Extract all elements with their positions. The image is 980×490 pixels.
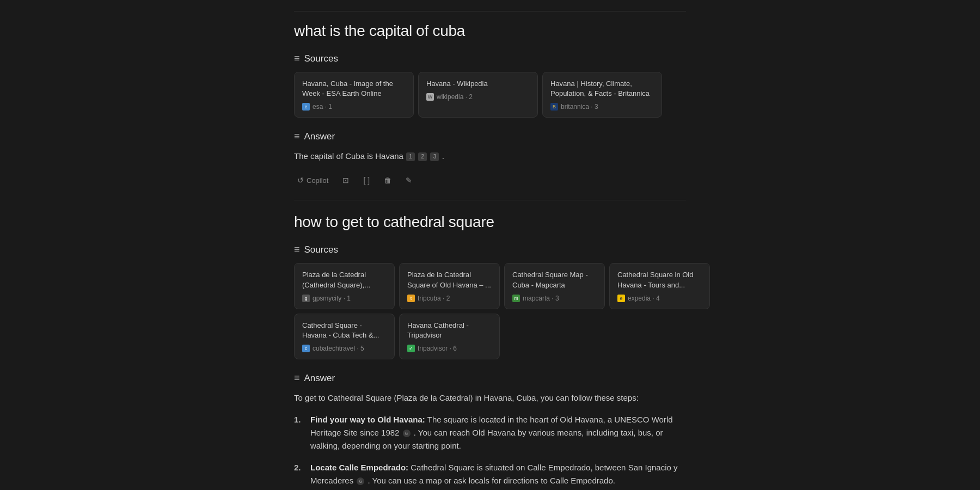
step-num-2: 2. [294,461,304,487]
delete-icon: 🗑 [384,176,391,185]
answer-label-2: Answer [304,373,335,384]
source-card-meta-expedia: e expedia · 4 [617,295,702,302]
sources-label-2: Sources [304,244,338,255]
answer-section-1: ≡ Answer The capital of Cuba is Havana 1… [294,131,686,187]
source-card-title-wiki: Havana - Wikipedia [426,79,530,89]
source-card-meta-tripcuba: t tripcuba · 2 [407,295,492,302]
answer-label-1: Answer [304,131,335,142]
source-card-meta-wiki: W wikipedia · 2 [426,93,530,101]
source-site-esa: esa · 1 [313,103,332,111]
favicon-cubatechtravel: c [302,345,310,352]
step-text-2: Locate Calle Empedrado: Cathedral Square… [310,461,686,487]
answer-header-1: ≡ Answer [294,131,686,142]
source-card-gpsmycity[interactable]: Plaza de la Catedral (Cathedral Square),… [294,263,395,309]
citation-3[interactable]: 3 [430,152,439,161]
source-site-mapcarta: mapcarta · 3 [523,295,559,302]
favicon-wiki: W [426,93,434,101]
main-container: what is the capital of cuba ≡ Sources Ha… [272,0,708,490]
citation-2[interactable]: 2 [418,152,427,161]
answer-text-1: The capital of Cuba is Havana 1 2 3 . [294,150,686,163]
answer-icon-2: ≡ [294,372,300,384]
source-card-mapcarta[interactable]: Cathedral Square Map - Cuba - Mapcarta m… [504,263,605,309]
source-card-tripadvisor[interactable]: Havana Cathedral - Tripadvisor ✓ tripadv… [399,314,500,359]
top-divider [294,11,686,11]
favicon-mapcarta: m [512,295,520,302]
source-site-brit: britannica · 3 [561,103,598,111]
step-text-1: Find your way to Old Havana: The square … [310,413,686,452]
source-site-cubatechtravel: cubatechtravel · 5 [313,345,364,352]
step-ref-2[interactable]: 6 [357,477,364,485]
answer-icon-1: ≡ [294,131,300,142]
sources-grid-1: Havana, Cuba - Image of the Week - ESA E… [294,72,686,118]
source-card-title-gpsmycity: Plaza de la Catedral (Cathedral Square),… [302,270,387,290]
copilot-icon: ↺ [297,176,304,185]
source-card-title-tripcuba: Plaza de la Catedral Square of Old Havan… [407,270,492,290]
source-card-meta-mapcarta: m mapcarta · 3 [512,295,597,302]
bracket-icon: [ ] [363,176,370,185]
favicon-tripcuba: t [407,295,415,302]
answer-intro-2: To get to Cathedral Square (Plaza de la … [294,391,686,405]
sources-grid-2-row1: Plaza de la Catedral (Cathedral Square),… [294,263,686,309]
copilot-label: Copilot [307,176,328,185]
section-divider [294,200,686,200]
step-num-1: 1. [294,413,304,452]
sources-icon-2: ≡ [294,244,300,255]
bookmark-icon: ⊡ [342,176,349,185]
step-bold-1: Find your way to Old Havana: [310,415,425,424]
source-card-title-brit: Havana | History, Climate, Population, &… [550,79,654,99]
query-title-1: what is the capital of cuba [294,22,686,40]
sources-header-2: ≡ Sources [294,244,686,255]
delete-action[interactable]: 🗑 [381,174,395,187]
query-block-1: what is the capital of cuba ≡ Sources Ha… [294,22,686,187]
sources-icon-1: ≡ [294,53,300,64]
source-card-title-esa: Havana, Cuba - Image of the Week - ESA E… [302,79,406,99]
sources-header-1: ≡ Sources [294,53,686,64]
answer-steps: 1. Find your way to Old Havana: The squa… [294,413,686,487]
step-2: 2. Locate Calle Empedrado: Cathedral Squ… [294,461,686,487]
answer-actions-1: ↺ Copilot ⊡ [ ] 🗑 ✎ [294,171,686,187]
favicon-tripadvisor: ✓ [407,345,415,352]
source-card-expedia[interactable]: Cathedral Square in Old Havana - Tours a… [609,263,710,309]
source-card-meta-esa: e esa · 1 [302,103,406,111]
source-site-expedia: expedia · 4 [628,295,660,302]
sources-grid-2-row2: Cathedral Square - Havana - Cuba Tech &.… [294,314,686,359]
sources-label-1: Sources [304,53,338,64]
source-card-esa[interactable]: Havana, Cuba - Image of the Week - ESA E… [294,72,414,118]
bookmark-action[interactable]: ⊡ [339,174,352,187]
source-card-title-tripadvisor: Havana Cathedral - Tripadvisor [407,321,492,340]
source-card-wiki[interactable]: Havana - Wikipedia W wikipedia · 2 [418,72,538,118]
step-bold-2: Locate Calle Empedrado: [310,463,408,472]
bracket-action[interactable]: [ ] [360,174,373,187]
source-card-title-cubatechtravel: Cathedral Square - Havana - Cuba Tech &.… [302,321,387,340]
favicon-esa: e [302,103,310,111]
answer-section-2: ≡ Answer To get to Cathedral Square (Pla… [294,372,686,487]
query-title-2: how to get to cathedral square [294,213,686,231]
source-card-title-mapcarta: Cathedral Square Map - Cuba - Mapcarta [512,270,597,290]
source-card-tripcuba[interactable]: Plaza de la Catedral Square of Old Havan… [399,263,500,309]
source-site-wiki: wikipedia · 2 [437,93,473,101]
step-1: 1. Find your way to Old Havana: The squa… [294,413,686,452]
copilot-button[interactable]: ↺ Copilot [294,174,332,187]
source-site-gpsmycity: gpsmycity · 1 [313,295,351,302]
query-block-2: how to get to cathedral square ≡ Sources… [294,213,686,487]
source-card-meta-gpsmycity: g gpsmycity · 1 [302,295,387,302]
citation-1[interactable]: 1 [406,152,415,161]
source-card-title-expedia: Cathedral Square in Old Havana - Tours a… [617,270,702,290]
favicon-brit: B [550,103,558,111]
source-card-meta-cubatechtravel: c cubatechtravel · 5 [302,345,387,352]
source-card-meta-tripadvisor: ✓ tripadvisor · 6 [407,345,492,352]
source-site-tripadvisor: tripadvisor · 6 [418,345,457,352]
source-card-cubatechtravel[interactable]: Cathedral Square - Havana - Cuba Tech &.… [294,314,395,359]
favicon-expedia: e [617,295,625,302]
edit-icon: ✎ [406,176,412,185]
step-ref-1[interactable]: 6 [403,430,411,437]
source-site-tripcuba: tripcuba · 2 [418,295,450,302]
source-card-brit[interactable]: Havana | History, Climate, Population, &… [542,72,662,118]
answer-header-2: ≡ Answer [294,372,686,384]
edit-action[interactable]: ✎ [402,174,415,187]
source-card-meta-brit: B britannica · 3 [550,103,654,111]
favicon-gpsmycity: g [302,295,310,302]
